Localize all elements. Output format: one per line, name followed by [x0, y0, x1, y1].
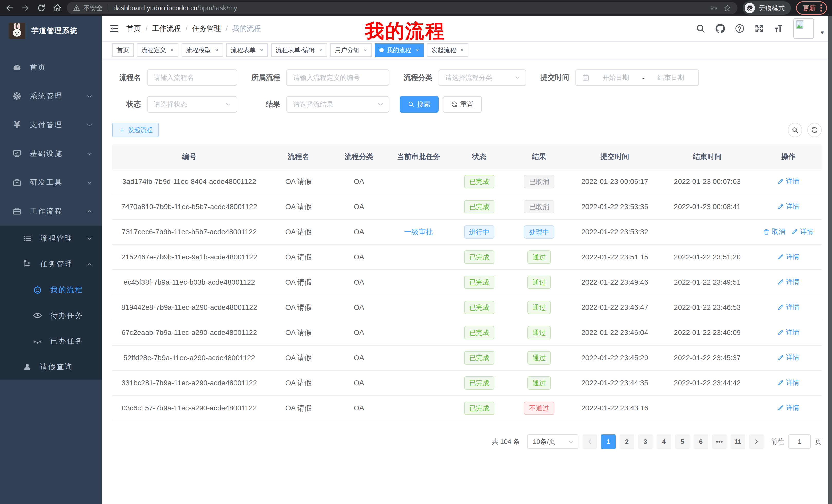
browser-menu-icon[interactable] — [821, 4, 822, 11]
refresh-icon — [451, 101, 458, 108]
detail-action[interactable]: 详情 — [777, 303, 799, 312]
tab-close-icon[interactable]: × — [214, 47, 218, 54]
fullscreen-icon[interactable] — [754, 24, 764, 33]
top-navbar: 首页/工作流程/任务管理/我的流程 ▼ — [102, 16, 832, 41]
tab-首页[interactable]: 首页 — [112, 44, 134, 57]
detail-action[interactable]: 详情 — [777, 177, 799, 186]
avatar-caret-icon[interactable]: ▼ — [820, 30, 825, 39]
page-ellipsis[interactable]: ••• — [712, 435, 727, 449]
table-row[interactable]: 52ffd28e-7b9a-11ec-a290-acde48001122OA 请… — [112, 345, 822, 370]
sidebar-item-我的流程[interactable]: 我的流程 — [0, 277, 102, 303]
omnibox-divider — [108, 5, 108, 11]
sidebar-item-任务管理[interactable]: 任务管理 — [0, 251, 102, 277]
tab-close-icon[interactable]: × — [363, 47, 367, 54]
tab-close-icon[interactable]: × — [459, 47, 464, 54]
sidebar-item-流程管理[interactable]: 流程管理 — [0, 226, 102, 251]
filter-input-所属流程[interactable] — [286, 69, 389, 86]
prev-page-button[interactable] — [582, 435, 597, 449]
tab-我的流程[interactable]: 我的流程× — [375, 44, 424, 57]
sidebar-item-研发工具[interactable]: 研发工具 — [0, 168, 102, 197]
detail-action[interactable]: 详情 — [777, 252, 799, 261]
search-icon[interactable] — [696, 24, 705, 33]
refresh-table-button[interactable] — [807, 123, 822, 137]
sidebar-item-系统管理[interactable]: 系统管理 — [0, 82, 102, 110]
help-icon[interactable] — [735, 24, 745, 33]
page-button-2[interactable]: 2 — [620, 435, 634, 449]
current-task-link[interactable]: 一级审批 — [404, 227, 433, 237]
detail-action[interactable]: 详情 — [791, 227, 813, 236]
sidebar-fold-icon[interactable] — [102, 16, 127, 41]
page-button-11[interactable]: 11 — [731, 435, 745, 449]
detail-action[interactable]: 详情 — [777, 353, 799, 362]
filter-input-流程名[interactable] — [147, 69, 237, 86]
detail-action[interactable]: 详情 — [777, 277, 799, 286]
table-row[interactable]: 331bc281-7b9a-11ec-a290-acde48001122OA 请… — [112, 370, 822, 396]
tab-close-icon[interactable]: × — [318, 47, 322, 54]
filter-daterange-提交时间[interactable]: 开始日期-结束日期 — [575, 69, 699, 86]
reload-icon[interactable] — [37, 4, 46, 12]
next-page-button[interactable] — [749, 435, 763, 449]
tab-close-icon[interactable]: × — [414, 47, 419, 54]
tab-发起流程[interactable]: 发起流程× — [427, 44, 468, 57]
forward-icon[interactable] — [21, 4, 30, 12]
breadcrumb-item[interactable]: 首页 — [127, 24, 141, 33]
home-icon[interactable] — [53, 4, 62, 12]
page-button-1[interactable]: 1 — [601, 435, 616, 449]
sidebar-item-请假查询[interactable]: 请假查询 — [0, 354, 102, 380]
filter-select-流程分类[interactable]: 请选择流程分类 — [439, 69, 526, 86]
filter-select-结果[interactable]: 请选择流结果 — [286, 96, 389, 113]
cell-process-name: OA 请假 — [266, 169, 331, 194]
table-row[interactable]: 3ad174fb-7b9d-11ec-8404-acde48001122OA 请… — [112, 169, 822, 194]
page-button-5[interactable]: 5 — [675, 435, 690, 449]
tab-用户分组[interactable]: 用户分组× — [330, 44, 372, 57]
tab-流程模型[interactable]: 流程模型× — [182, 44, 223, 57]
key-icon[interactable] — [710, 4, 717, 12]
sidebar-item-支付管理[interactable]: ¥支付管理 — [0, 110, 102, 139]
detail-action[interactable]: 详情 — [777, 328, 799, 337]
back-icon[interactable] — [5, 4, 14, 12]
tab-close-icon[interactable]: × — [169, 47, 174, 54]
table-row[interactable]: 7470a810-7b9b-11ec-b5b7-acde48001122OA 请… — [112, 194, 822, 219]
table-row[interactable]: 67c2eaab-7b9a-11ec-a290-acde48001122OA 请… — [112, 320, 822, 345]
tab-流程表单-编辑[interactable]: 流程表单-编辑× — [271, 44, 327, 57]
page-button-6[interactable]: 6 — [694, 435, 708, 449]
cancel-action[interactable]: 取消 — [763, 227, 785, 236]
sidebar-item-基础设施[interactable]: 基础设施 — [0, 139, 102, 168]
sidebar-item-已办任务[interactable]: 已办任务 — [0, 328, 102, 354]
show-search-button[interactable] — [788, 123, 802, 137]
page-jump-input[interactable] — [788, 435, 811, 449]
detail-action[interactable]: 详情 — [777, 202, 799, 211]
tab-流程定义[interactable]: 流程定义× — [137, 44, 178, 57]
sidebar-item-首页[interactable]: 首页 — [0, 53, 102, 82]
font-size-icon[interactable] — [774, 24, 784, 33]
sidebar-item-待办任务[interactable]: 待办任务 — [0, 303, 102, 328]
table-row[interactable]: 819442e8-7b9a-11ec-a290-acde48001122OA 请… — [112, 295, 822, 320]
sidebar-item-工作流程[interactable]: 工作流程 — [0, 197, 102, 226]
url-bar[interactable]: 不安全 dashboard.yudao.iocoder.cn/bpm/task/… — [67, 2, 737, 14]
tab-流程表单[interactable]: 流程表单× — [226, 44, 268, 57]
browser-update-button[interactable]: 更新 — [796, 1, 827, 15]
breadcrumb-item[interactable]: 任务管理 — [192, 24, 221, 33]
page-button-4[interactable]: 4 — [657, 435, 671, 449]
create-process-button[interactable]: ＋ 发起流程 — [112, 123, 159, 137]
table-row[interactable]: 03c6c157-7b9a-11ec-a290-acde48001122OA 请… — [112, 396, 822, 421]
github-icon[interactable] — [715, 24, 725, 33]
detail-action[interactable]: 详情 — [777, 378, 799, 387]
tab-close-icon[interactable]: × — [259, 47, 263, 54]
page-button-3[interactable]: 3 — [638, 435, 653, 449]
table-row[interactable]: 2152467e-7b9b-11ec-9a1b-acde48001122OA 请… — [112, 245, 822, 270]
detail-action[interactable]: 详情 — [777, 403, 799, 412]
cancel-action-label: 取消 — [772, 227, 785, 236]
window-scrollbar[interactable] — [828, 16, 832, 504]
incognito-badge: 无痕模式 — [743, 1, 791, 15]
filter-select-状态[interactable]: 请选择状态 — [147, 96, 237, 113]
breadcrumb-item[interactable]: 工作流程 — [152, 24, 181, 33]
table-row[interactable]: 7317cec6-7b9b-11ec-b5b7-acde48001122OA 请… — [112, 219, 822, 245]
search-button[interactable]: 搜索 — [399, 96, 439, 113]
table-row[interactable]: ec45f38f-7b9a-11ec-b03b-acde48001122OA 请… — [112, 270, 822, 295]
bookmark-star-icon[interactable] — [724, 4, 731, 12]
avatar[interactable] — [794, 18, 814, 39]
app-logo-row[interactable]: 芋道管理系统 — [0, 16, 102, 46]
reset-button[interactable]: 重置 — [443, 96, 482, 113]
page-size-select[interactable]: 10条/页 — [527, 435, 578, 449]
